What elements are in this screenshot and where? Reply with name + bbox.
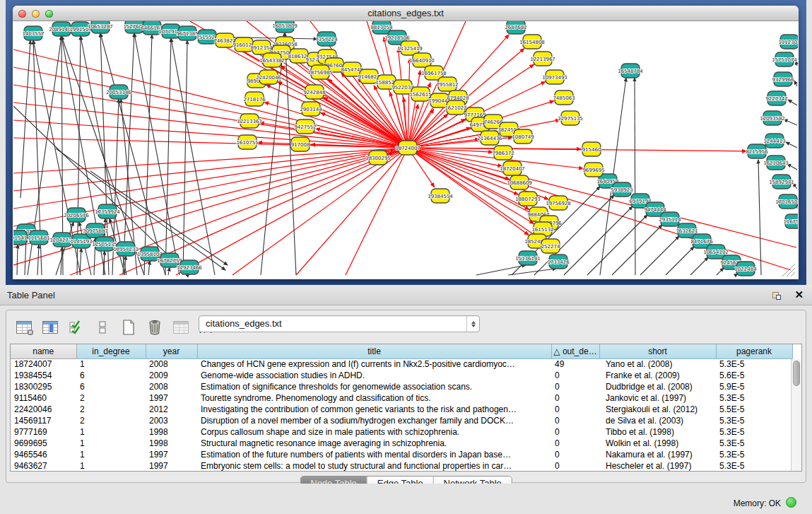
graph-node-10688609[interactable]: 10688609: [507, 175, 532, 189]
graph-node-12213967[interactable]: 12213967: [530, 52, 555, 66]
graph-node-16548784[interactable]: 16548784: [618, 64, 643, 78]
graph-node-1403557[interactable]: 1403557: [22, 26, 44, 40]
graph-node-8215956[interactable]: 8215956: [746, 144, 768, 158]
table-settings-icon[interactable]: [15, 318, 33, 337]
column-header-5[interactable]: short: [599, 344, 716, 358]
graph-node-15751074[interactable]: 15751074: [772, 52, 797, 66]
graph-node-7955812[interactable]: 7955812: [436, 77, 458, 91]
graph-node-19384554[interactable]: 19384554: [428, 189, 453, 203]
table-row[interactable]: 1830029562008Estimation of significance …: [11, 381, 792, 392]
graph-node-15892971[interactable]: 15892971: [769, 175, 794, 189]
graph-node-1610755[interactable]: 1610755: [236, 135, 258, 149]
graph-node-12093582[interactable]: 12093582: [760, 111, 785, 125]
graph-node-16053809[interactable]: 16053809: [272, 21, 298, 33]
resize-grip-icon[interactable]: [791, 272, 795, 276]
graph-node-917008[interactable]: 917008: [291, 137, 310, 151]
table-row[interactable]: 969969511998Structural magnetic resonanc…: [11, 438, 792, 449]
graph-node-17957233[interactable]: 17957233: [113, 242, 139, 256]
memory-status-icon[interactable]: [786, 497, 796, 508]
close-panel-icon[interactable]: ✕: [794, 288, 804, 301]
table-row[interactable]: 946554611997Estimation of the future num…: [11, 449, 792, 460]
graph-node-15136141[interactable]: 15136141: [515, 251, 541, 265]
apply-check-icon[interactable]: [67, 318, 86, 337]
graph-node-30975887[interactable]: 30975887: [83, 223, 108, 238]
graph-node-7986372[interactable]: 7986372: [492, 146, 514, 160]
delete-rows-trash-icon[interactable]: [146, 318, 164, 337]
graph-node-252274[interactable]: 252274: [541, 239, 560, 253]
graph-node-915460[interactable]: 915460: [582, 142, 601, 156]
table-row[interactable]: 1938455462009Genome-wide association stu…: [11, 370, 792, 381]
svg-text:7632621: 7632621: [676, 228, 698, 234]
table-row[interactable]: 1456911722003Disruption of a novel membe…: [11, 415, 792, 426]
graph-node-12975135[interactable]: 12975135: [558, 111, 583, 125]
table-scrollbar-thumb[interactable]: [793, 361, 800, 386]
network-canvas[interactable]: 1403557208914061991517106532871527602646…: [13, 21, 798, 278]
graph-node-2935114[interactable]: 2935114: [659, 212, 681, 226]
table-row[interactable]: 946362711997Embryonic stem cells: a mode…: [11, 460, 792, 472]
graph-node-1112304[interactable]: 1112304: [778, 35, 798, 49]
graph-node-20206576[interactable]: 20206576: [64, 208, 89, 222]
column-header-2[interactable]: year: [146, 344, 197, 358]
table-row[interactable]: 1872400712008Changes of HCN gene express…: [11, 358, 792, 370]
graph-node-9329966[interactable]: 9329966: [772, 72, 794, 86]
graph-node-16640910[interactable]: 16640910: [409, 53, 435, 67]
graph-node-8912354[interactable]: 8912354: [250, 40, 273, 54]
graph-node-18724007[interactable]: 18724007: [395, 141, 420, 155]
graph-node-10653287[interactable]: 10653287: [88, 21, 113, 33]
graph-node-5938923[interactable]: 5938923: [611, 182, 632, 197]
table-select-dropdown[interactable]: citations_edges.txt: [199, 315, 480, 332]
graph-node-9427552[interactable]: 9427552: [294, 119, 316, 134]
table-row[interactable]: 911546021997Tourette syndrome. Phenomeno…: [11, 392, 792, 404]
graph-node-22420046[interactable]: 22420046: [256, 70, 281, 84]
svg-text:19218506: 19218506: [384, 35, 410, 41]
new-document-icon[interactable]: [119, 318, 138, 337]
graph-node-10973493[interactable]: 10973493: [542, 70, 567, 84]
graph-node-16543382[interactable]: 16543382: [259, 53, 285, 67]
graph-node-16210643[interactable]: 16210643: [763, 156, 789, 170]
graph-node-12923466[interactable]: 12923466: [177, 260, 202, 274]
graph-node-1080749[interactable]: 1080749: [512, 129, 534, 144]
graph-node-16154808[interactable]: 16154808: [519, 35, 545, 49]
graph-node-391541[interactable]: 391541: [13, 230, 27, 245]
graph-node-7357224[interactable]: 7357224: [315, 32, 338, 46]
graph-node-2687682[interactable]: 2687682: [505, 21, 526, 34]
column-header-name[interactable]: name: [11, 344, 76, 358]
graph-node-18807293[interactable]: 18807293: [515, 192, 541, 206]
graph-node-1115681[interactable]: 1115681: [28, 230, 49, 245]
graph-node-9671385[interactable]: 9671385: [176, 26, 198, 40]
network-window-titlebar[interactable]: citations_edges.txt: [13, 6, 799, 21]
graph-node-2718176[interactable]: 2718176: [243, 92, 266, 106]
graph-node-1022484[interactable]: 1022484: [734, 262, 757, 276]
graph-node-1244413[interactable]: 1244413: [763, 134, 785, 148]
graph-node-7485063[interactable]: 7485063: [553, 90, 575, 105]
graph-node-17016504[interactable]: 17016504: [775, 194, 798, 209]
column-header-6[interactable]: pagerank: [716, 344, 792, 358]
graph-node-20053346[interactable]: 20053346: [106, 85, 131, 99]
graph-node-9699695[interactable]: 9699695: [582, 163, 604, 177]
rows-stack-icon[interactable]: [93, 318, 112, 337]
graph-node-18720407[interactable]: 18720407: [500, 161, 525, 175]
table-scrollbar[interactable]: [791, 359, 801, 471]
graph-node-2903144[interactable]: 2903144: [300, 102, 322, 116]
graph-node-21364436[interactable]: 21364436: [477, 131, 502, 145]
graph-node-18756985[interactable]: 18756985: [307, 65, 333, 79]
select-column-icon[interactable]: [41, 318, 59, 337]
table-row[interactable]: 2242004622012Investigating the contribut…: [11, 404, 792, 415]
column-header-1[interactable]: in_degree: [76, 344, 146, 358]
graph-node-1167531[interactable]: 1167531: [783, 214, 798, 228]
column-header-3[interactable]: title: [197, 344, 551, 358]
node-table: namein_degreeyeartitle△ out_de…shortpage…: [10, 344, 802, 472]
graph-node-9227342[interactable]: 9227342: [765, 91, 787, 105]
graph-node-12213363[interactable]: 12213363: [237, 114, 262, 128]
float-panel-icon[interactable]: [772, 290, 784, 301]
graph-node-17359924[interactable]: 17359924: [95, 204, 120, 218]
svg-text:9474444: 9474444: [644, 207, 666, 213]
svg-text:13958107: 13958107: [137, 252, 163, 257]
table-row[interactable]: 977716911998Corpus callosum shape and si…: [11, 426, 792, 438]
graph-node-19756928[interactable]: 19756928: [546, 196, 571, 210]
graph-node-9242848[interactable]: 9242848: [303, 85, 325, 99]
column-header-4[interactable]: △ out_de…: [551, 344, 599, 358]
dropdown-spinner-icon[interactable]: [466, 316, 479, 332]
graph-node-1733426[interactable]: 1733426: [547, 255, 570, 269]
graph-node-18300295[interactable]: 18300295: [365, 151, 391, 165]
